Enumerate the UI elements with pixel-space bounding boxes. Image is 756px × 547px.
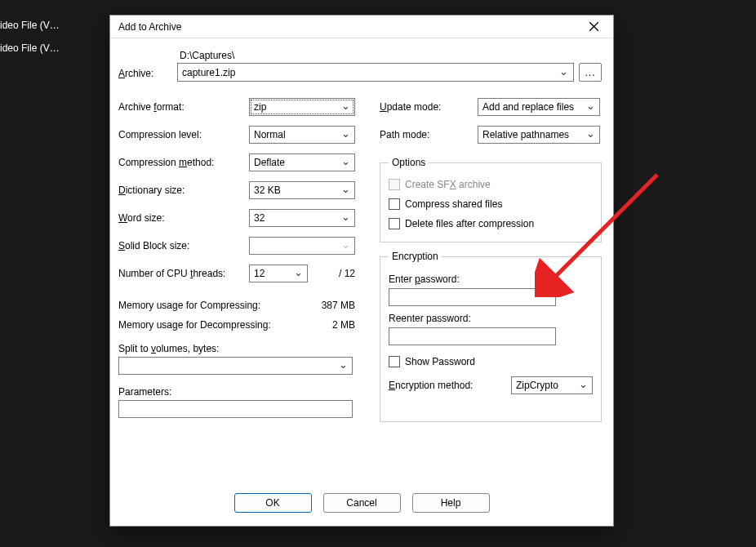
encryption-legend: Encryption [389,251,442,262]
sfx-checkbox [389,179,400,190]
add-to-archive-dialog: Add to Archive Archive: D:\Captures\ cap… [109,15,614,527]
bg-file-row-1: ideo File (V… [0,20,60,31]
word-size-label: Word size: [118,212,249,224]
reenter-password-label: Reenter password: [389,313,593,324]
cancel-button[interactable]: Cancel [323,493,401,513]
parameters-input[interactable] [118,400,353,418]
enter-password-input[interactable] [389,288,556,306]
browse-button[interactable]: ... [579,63,602,82]
encryption-method-label: Encryption method: [389,380,473,391]
titlebar: Add to Archive [110,16,613,38]
compression-level-dropdown[interactable]: Normal [249,126,355,144]
help-button[interactable]: Help [412,493,490,513]
encryption-method-dropdown[interactable]: ZipCrypto [511,376,593,394]
options-fieldset: Options Create SFX archive Compress shar… [380,157,602,242]
dialog-footer: OK Cancel Help [110,483,613,526]
mem-compress-value: 387 MB [322,300,355,311]
solid-block-size-dropdown [249,237,355,255]
path-mode-label: Path mode: [380,129,478,140]
delete-after-label: Delete files after compression [405,218,534,229]
show-password-checkbox[interactable] [389,356,400,367]
cpu-threads-dropdown[interactable]: 12 [249,265,308,282]
compression-method-dropdown[interactable]: Deflate [249,153,355,171]
archive-format-dropdown[interactable]: zip [249,98,355,116]
compress-shared-checkbox[interactable] [389,198,400,210]
split-volumes-dropdown[interactable] [118,357,353,375]
compression-level-label: Compression level: [118,129,249,140]
parameters-label: Parameters: [118,386,355,398]
compress-shared-label: Compress shared files [405,198,502,210]
enter-password-label: Enter password: [389,274,593,285]
cpu-threads-label: Number of CPU threads: [118,268,249,279]
compression-method-label: Compression method: [118,157,249,168]
bg-file-row-2: ideo File (V… [0,42,60,54]
sfx-checkbox-label: Create SFX archive [405,179,491,190]
cpu-threads-max: / 12 [339,268,355,279]
dictionary-size-dropdown[interactable]: 32 KB [249,181,355,199]
delete-after-checkbox[interactable] [389,218,400,229]
mem-compress-label: Memory usage for Compressing: [118,300,260,311]
close-icon [589,22,598,31]
dictionary-size-label: Dictionary size: [118,185,249,196]
archive-format-label: Archive format: [118,101,249,113]
mem-decompress-value: 2 MB [332,319,355,331]
encryption-fieldset: Encryption Enter password: Reenter passw… [380,251,602,422]
split-volumes-label: Split to volumes, bytes: [118,343,355,354]
close-button[interactable] [577,16,610,38]
ok-button[interactable]: OK [234,493,312,513]
options-legend: Options [389,157,429,168]
archive-filename-text: capture1.zip [182,67,235,78]
show-password-label: Show Password [405,356,475,367]
mem-decompress-label: Memory usage for Decompressing: [118,319,271,331]
dialog-title: Add to Archive [118,21,181,33]
solid-block-size-label: Solid Block size: [118,240,249,251]
archive-label: Archive: [118,50,167,79]
update-mode-dropdown[interactable]: Add and replace files [478,98,600,116]
reenter-password-input[interactable] [389,327,556,345]
update-mode-label: Update mode: [380,101,478,113]
word-size-dropdown[interactable]: 32 [249,209,355,227]
archive-filename-input[interactable]: capture1.zip [177,63,574,82]
archive-path-label: D:\Captures\ [180,50,602,61]
path-mode-dropdown[interactable]: Relative pathnames [478,126,600,144]
